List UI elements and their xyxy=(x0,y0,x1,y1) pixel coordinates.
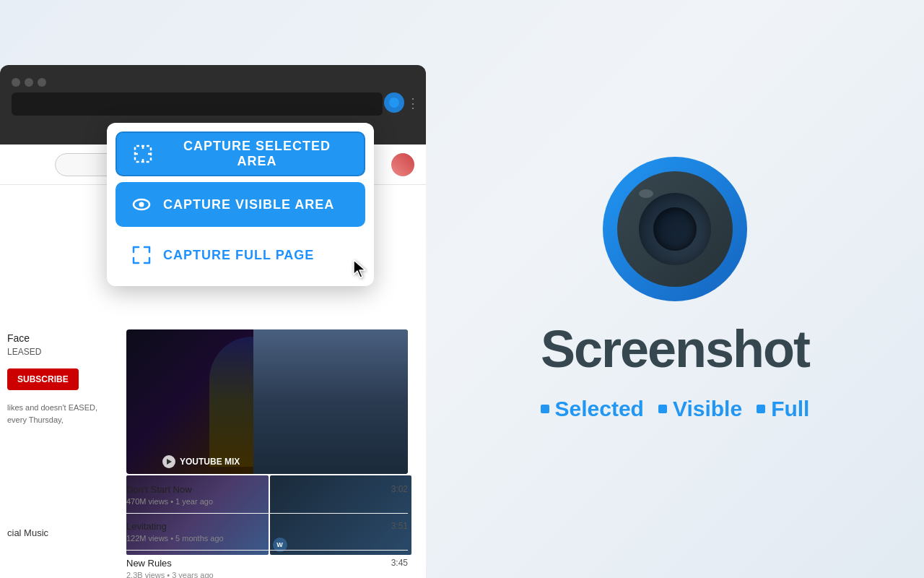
subscribe-button[interactable]: SUBSCRIBE xyxy=(7,368,79,390)
left-panel: ⋮ 🔍 Face LEASED SUBSCRIBE likes and does… xyxy=(0,0,426,578)
crowd-background xyxy=(253,329,409,474)
selected-label: Selected xyxy=(555,397,644,421)
capture-visible-label: CAPTURE VISIBLE AREA xyxy=(163,197,334,212)
song-meta-2: 122M views • 5 months ago xyxy=(126,534,224,543)
youtube-mix-label: YOUTUBE MIX xyxy=(162,455,240,468)
capture-selected-button[interactable]: CAPTURE SELECTED AREA xyxy=(116,131,365,176)
app-icon xyxy=(603,157,747,301)
song-info-2: Levitating 122M views • 5 months ago xyxy=(126,521,224,543)
menu-dots-icon[interactable]: ⋮ xyxy=(406,95,420,111)
browser-dots xyxy=(12,78,46,87)
app-title: Screenshot xyxy=(541,323,809,375)
browser-dot-2 xyxy=(25,78,33,87)
capture-popup-menu: CAPTURE SELECTED AREA CAPTURE VISIBLE AR… xyxy=(107,123,374,286)
visible-dot xyxy=(658,405,667,413)
song-duration-3: 3:45 xyxy=(391,558,408,568)
main-thumbnail[interactable]: YOUTUBE MIX xyxy=(126,329,408,474)
capture-full-button[interactable]: CAPTURE FULL PAGE xyxy=(116,233,365,277)
camera-highlight xyxy=(639,189,653,198)
subtitle-visible: Visible xyxy=(658,397,742,421)
song-info-3: New Rules 2.3B views • 3 years ago xyxy=(126,558,214,578)
camera-inner xyxy=(617,171,733,287)
song-meta-1: 470M views • 1 year ago xyxy=(126,497,213,506)
sidebar-text: Face LEASED SUBSCRIBE likes and doesn't … xyxy=(7,332,101,426)
subtitle-row: Selected Visible Full xyxy=(541,397,810,421)
browser-dot-1 xyxy=(12,78,20,87)
official-music-text: cial Music xyxy=(7,527,48,538)
capture-visible-button[interactable]: CAPTURE VISIBLE AREA xyxy=(116,182,365,227)
eye-icon xyxy=(130,193,153,216)
capture-selected-label: CAPTURE SELECTED AREA xyxy=(165,139,349,169)
face-label: Face xyxy=(7,332,101,344)
browser-dot-3 xyxy=(38,78,46,87)
camera-lens xyxy=(639,193,711,265)
user-avatar[interactable] xyxy=(391,153,414,176)
full-dot xyxy=(757,405,765,413)
dashed-rect-icon xyxy=(131,142,154,165)
song-duration-2: 3:51 xyxy=(391,521,408,531)
song-title-1: Don't Start Now xyxy=(126,484,213,495)
svg-point-6 xyxy=(139,202,144,207)
song-meta-3: 2.3B views • 3 years ago xyxy=(126,571,214,578)
play-icon xyxy=(162,455,175,468)
subtitle-selected: Selected xyxy=(541,397,644,421)
right-panel: Screenshot Selected Visible Full xyxy=(426,0,924,578)
camera-lens-inner xyxy=(653,207,697,251)
song-item-2[interactable]: Levitating 122M views • 5 months ago 3:5… xyxy=(126,514,408,551)
description-text: likes and doesn't EASED, every Thursday, xyxy=(7,402,101,426)
subtitle-full: Full xyxy=(757,397,809,421)
selected-dot xyxy=(541,405,549,413)
visible-label: Visible xyxy=(673,397,742,421)
camera-outer-ring xyxy=(603,157,747,301)
song-item-1[interactable]: Don't Start Now 470M views • 1 year ago … xyxy=(126,477,408,514)
address-bar[interactable] xyxy=(12,92,383,116)
song-info-1: Don't Start Now 470M views • 1 year ago xyxy=(126,484,213,506)
song-title-2: Levitating xyxy=(126,521,224,532)
extension-icon[interactable] xyxy=(384,92,404,113)
thumbnail-image xyxy=(126,329,408,474)
song-title-3: New Rules xyxy=(126,558,214,569)
expand-icon xyxy=(130,243,153,267)
capture-full-label: CAPTURE FULL PAGE xyxy=(163,248,314,263)
song-list: Don't Start Now 470M views • 1 year ago … xyxy=(126,477,408,578)
full-label: Full xyxy=(771,397,809,421)
song-duration-1: 3:02 xyxy=(391,484,408,494)
song-item-3[interactable]: New Rules 2.3B views • 3 years ago 3:45 xyxy=(126,551,408,578)
released-label: LEASED xyxy=(7,347,101,357)
